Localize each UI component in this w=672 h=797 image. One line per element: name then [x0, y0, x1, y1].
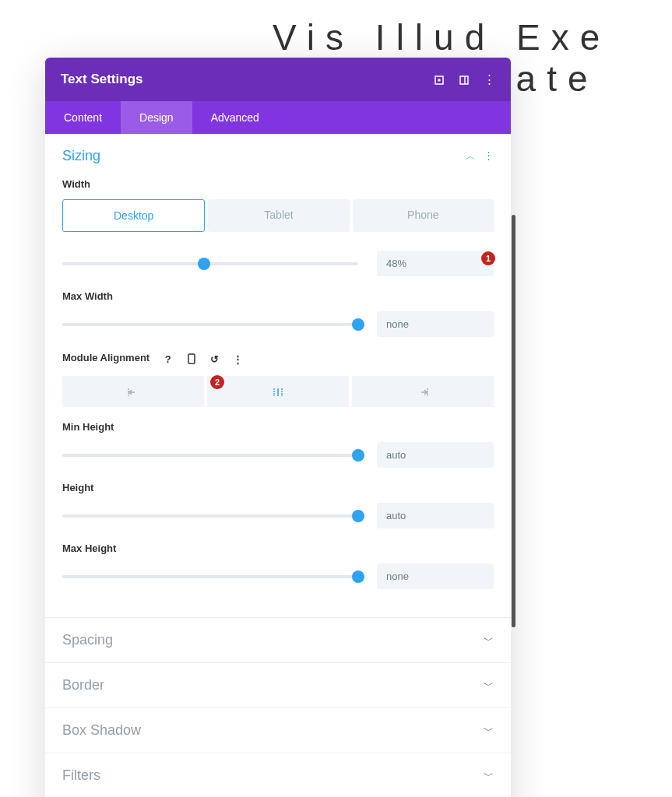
device-tabs: Desktop Tablet Phone — [62, 199, 494, 232]
panel-header: Text Settings ⋮ — [45, 58, 511, 101]
section-box-shadow[interactable]: Box Shadow ﹀ — [45, 707, 511, 753]
phone-icon[interactable] — [184, 351, 199, 367]
annotation-marker-2: 2 — [210, 375, 224, 389]
height-input[interactable]: auto — [377, 503, 494, 528]
height-label: Height — [62, 482, 494, 493]
svg-point-1 — [438, 79, 440, 81]
maxwidth-row: none — [62, 311, 494, 337]
panel-body: Sizing ︿ ⋮ Width Desktop Tablet Phone 48… — [45, 134, 511, 797]
main-tabs: Content Design Advanced — [45, 101, 511, 134]
section-title: Box Shadow — [62, 722, 141, 739]
section-spacing[interactable]: Spacing ﹀ — [45, 617, 511, 662]
maxwidth-slider[interactable] — [62, 316, 358, 333]
maxwidth-label: Max Width — [62, 290, 494, 302]
section-sizing: Sizing ︿ ⋮ Width Desktop Tablet Phone 48… — [45, 134, 511, 617]
panel-title: Text Settings — [61, 72, 142, 87]
width-row: 48% 1 — [62, 251, 494, 276]
height-row: auto — [62, 503, 494, 528]
maxheight-label: Max Height — [62, 542, 494, 554]
width-slider[interactable] — [62, 255, 358, 272]
minheight-label: Min Height — [62, 421, 494, 433]
align-options: 2 — [62, 376, 494, 407]
device-desktop[interactable]: Desktop — [62, 199, 205, 232]
more-icon[interactable]: ⋮ — [484, 72, 495, 86]
header-actions: ⋮ — [434, 72, 495, 86]
chevron-down-icon: ﹀ — [484, 634, 494, 648]
minheight-row: auto — [62, 442, 494, 468]
tab-content[interactable]: Content — [45, 101, 121, 134]
align-label: Module Alignment ? ↺ ⋮ — [62, 351, 494, 367]
chevron-down-icon: ﹀ — [484, 679, 494, 693]
maxwidth-input[interactable]: none — [377, 311, 494, 337]
align-left[interactable] — [62, 376, 204, 407]
maxheight-slider[interactable] — [62, 568, 358, 585]
device-phone[interactable]: Phone — [353, 199, 494, 232]
settings-panel: Text Settings ⋮ Content Design Advanced … — [45, 58, 511, 797]
chevron-down-icon: ﹀ — [484, 769, 494, 783]
tab-design[interactable]: Design — [121, 101, 192, 134]
help-icon[interactable]: ? — [160, 351, 176, 367]
maxheight-row: none — [62, 564, 494, 589]
collapse-icon[interactable]: ︿ — [466, 149, 476, 163]
svg-rect-2 — [460, 76, 468, 84]
minheight-slider[interactable] — [62, 447, 358, 464]
reset-icon[interactable]: ↺ — [207, 351, 223, 367]
section-title: Filters — [62, 767, 100, 784]
align-right[interactable] — [352, 376, 494, 407]
width-label: Width — [62, 178, 494, 190]
align-more-icon[interactable]: ⋮ — [230, 351, 246, 367]
section-more-icon[interactable]: ⋮ — [484, 149, 494, 163]
maxheight-input[interactable]: none — [377, 564, 494, 589]
device-tablet[interactable]: Tablet — [208, 199, 349, 232]
dock-icon[interactable] — [459, 72, 470, 86]
align-center[interactable] — [207, 376, 349, 407]
width-input[interactable]: 48% — [377, 251, 494, 276]
section-title: Border — [62, 677, 104, 693]
minheight-input[interactable]: auto — [377, 442, 494, 468]
section-header: Sizing ︿ ⋮ — [62, 148, 494, 164]
expand-icon[interactable] — [434, 72, 445, 86]
section-title: Spacing — [62, 632, 113, 648]
scrollbar[interactable] — [512, 215, 515, 627]
chevron-down-icon: ﹀ — [484, 724, 494, 738]
height-slider[interactable] — [62, 507, 358, 525]
svg-rect-4 — [188, 354, 195, 363]
annotation-marker-1: 1 — [481, 251, 495, 265]
section-title: Sizing — [62, 148, 100, 164]
section-border[interactable]: Border ﹀ — [45, 662, 511, 707]
tab-advanced[interactable]: Advanced — [192, 101, 278, 134]
section-filters[interactable]: Filters ﹀ — [45, 753, 511, 797]
